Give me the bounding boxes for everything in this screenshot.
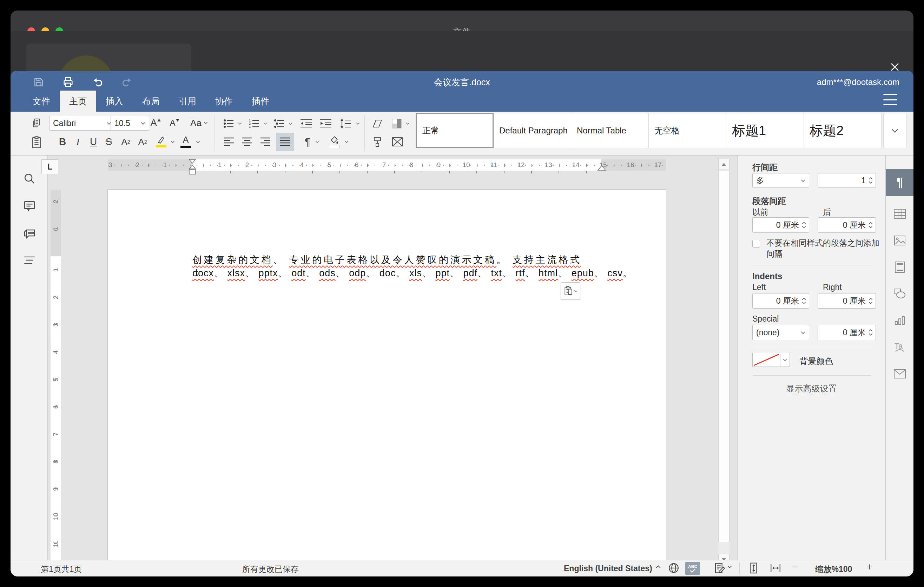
justify-button[interactable] (276, 133, 294, 151)
change-case-button[interactable]: Aa (187, 116, 211, 130)
multilevel-list-dropdown[interactable] (287, 117, 294, 130)
font-name-select[interactable]: Calibri (49, 116, 115, 130)
font-size-select[interactable]: 10.5 (111, 116, 149, 130)
menu-icon[interactable] (883, 93, 897, 107)
background-color-dropdown[interactable] (780, 353, 790, 367)
header-footer-settings-icon[interactable] (886, 257, 914, 277)
paste-options-button[interactable] (561, 282, 580, 300)
style-option[interactable]: 无空格 (648, 113, 726, 148)
style-option[interactable]: 正常 (416, 113, 493, 148)
no-space-checkbox[interactable] (752, 240, 760, 247)
background-color-swatch[interactable] (752, 353, 780, 367)
line-spacing-count-spinner[interactable]: 1 (818, 173, 876, 188)
chart-settings-icon[interactable] (886, 311, 914, 330)
style-option[interactable]: Default Paragraph (493, 113, 571, 148)
horizontal-ruler[interactable]: 321 1234567891011121314151617 (108, 159, 666, 171)
fit-width-icon[interactable] (769, 562, 782, 574)
right-indent-marker[interactable] (596, 165, 607, 171)
copy-style-button[interactable] (369, 134, 386, 150)
close-icon[interactable] (889, 61, 901, 71)
spacing-before-spinner[interactable]: 0 厘米 (752, 217, 809, 233)
special-amount-spinner[interactable]: 0 厘米 (818, 325, 876, 340)
decrease-font-icon[interactable]: A (167, 116, 183, 130)
ribbon-tab[interactable]: 插入 (96, 91, 133, 112)
scrollbar-thumb[interactable] (718, 171, 729, 542)
text-art-settings-icon[interactable]: Ta (886, 337, 914, 357)
decrease-indent-button[interactable] (298, 117, 315, 130)
comments-icon[interactable] (23, 199, 36, 213)
styles-gallery-expand[interactable] (883, 113, 906, 148)
zoom-out-button[interactable]: − (792, 561, 798, 573)
document-language-icon[interactable] (668, 562, 680, 574)
increase-indent-button[interactable] (317, 117, 334, 130)
borders-color-dropdown[interactable] (404, 117, 411, 130)
bullet-list-dropdown[interactable] (237, 117, 243, 130)
ribbon-tab[interactable]: 协作 (206, 91, 242, 112)
image-settings-icon[interactable] (886, 231, 914, 250)
chat-icon[interactable] (23, 226, 36, 241)
document-line[interactable]: docx、 xlsx、 pptx、 odt、 ods、 odp、 doc、 xl… (192, 267, 633, 279)
special-select[interactable]: (none) (752, 325, 809, 340)
mail-merge-settings-icon[interactable] (886, 364, 914, 384)
spell-check-toggle[interactable]: ABC (685, 562, 700, 575)
style-option[interactable]: 标题1 (726, 113, 804, 148)
borders-color-button[interactable] (390, 117, 404, 130)
style-option[interactable]: 标题2 (804, 113, 881, 148)
tab-stop-selector[interactable]: L (41, 159, 58, 174)
highlight-color-dropdown[interactable] (169, 134, 176, 150)
indent-right-spinner[interactable]: 0 厘米 (818, 293, 876, 308)
page-indicator[interactable]: 第1页共1页 (41, 564, 82, 575)
numbered-list-dropdown[interactable] (262, 117, 268, 130)
copy-button[interactable] (29, 115, 44, 130)
multilevel-list-button[interactable] (272, 117, 287, 130)
clear-style-button[interactable] (369, 117, 386, 130)
font-color-button[interactable]: A (178, 132, 193, 150)
bullet-list-button[interactable] (221, 117, 237, 130)
spacing-after-spinner[interactable]: 0 厘米 (818, 217, 876, 233)
font-color-dropdown[interactable] (195, 134, 201, 150)
paste-button[interactable] (28, 134, 45, 151)
shading-dropdown[interactable] (343, 135, 350, 149)
table-settings-icon[interactable] (886, 204, 914, 224)
bold-button[interactable]: B (56, 134, 69, 150)
vertical-ruler-top-margin[interactable]: 21 (51, 190, 61, 256)
zoom-in-button[interactable]: + (866, 561, 873, 573)
search-icon[interactable] (23, 171, 36, 186)
document-page[interactable]: 创建复杂的文档、 专业的电子表格以及令人赞叹的演示文稿。 支持主流格式 ： do… (108, 190, 666, 569)
ribbon-tab[interactable]: 主页 (60, 91, 96, 112)
line-spacing-button[interactable] (338, 117, 354, 130)
paragraph-settings-icon[interactable]: ¶ (886, 169, 914, 196)
increase-font-icon[interactable]: A (147, 116, 163, 130)
paragraph-marks-dropdown[interactable] (314, 135, 320, 149)
show-advanced-settings-link[interactable]: 显示高级设置 (738, 383, 885, 394)
highlight-color-button[interactable] (154, 132, 168, 150)
align-left-button[interactable] (221, 135, 237, 149)
italic-button[interactable]: I (71, 134, 85, 150)
shape-settings-icon[interactable] (886, 284, 914, 304)
indent-left-spinner[interactable]: 0 厘米 (752, 293, 809, 308)
language-selector[interactable]: English (United States) (564, 564, 652, 573)
subscript-button[interactable]: A2 (135, 134, 150, 150)
mail-merge-button[interactable] (390, 134, 405, 150)
indent-markers[interactable] (186, 159, 199, 176)
track-changes-dropdown[interactable] (728, 565, 732, 569)
line-spacing-select[interactable]: 多 (752, 173, 809, 188)
paragraph-marks-button[interactable]: ¶ (301, 135, 314, 149)
align-right-button[interactable] (258, 135, 273, 149)
vertical-scrollbar[interactable] (718, 159, 729, 570)
underline-button[interactable]: U (86, 134, 101, 150)
style-option[interactable]: Normal Table (571, 113, 649, 148)
ribbon-tab[interactable]: 插件 (242, 91, 279, 112)
numbered-list-button[interactable]: 123 (246, 117, 262, 130)
line-spacing-dropdown[interactable] (355, 117, 361, 130)
superscript-button[interactable]: A2 (118, 134, 134, 150)
ribbon-tab[interactable]: 文件 (23, 91, 60, 112)
vertical-ruler[interactable]: 1234567891011 (51, 256, 61, 569)
ribbon-tab[interactable]: 布局 (133, 91, 169, 112)
navigation-icon[interactable] (23, 253, 36, 267)
fit-page-icon[interactable] (748, 562, 760, 574)
scroll-up-icon[interactable] (718, 159, 729, 170)
align-center-button[interactable] (239, 135, 255, 149)
shading-button[interactable] (327, 133, 342, 151)
track-changes-icon[interactable] (714, 562, 725, 574)
